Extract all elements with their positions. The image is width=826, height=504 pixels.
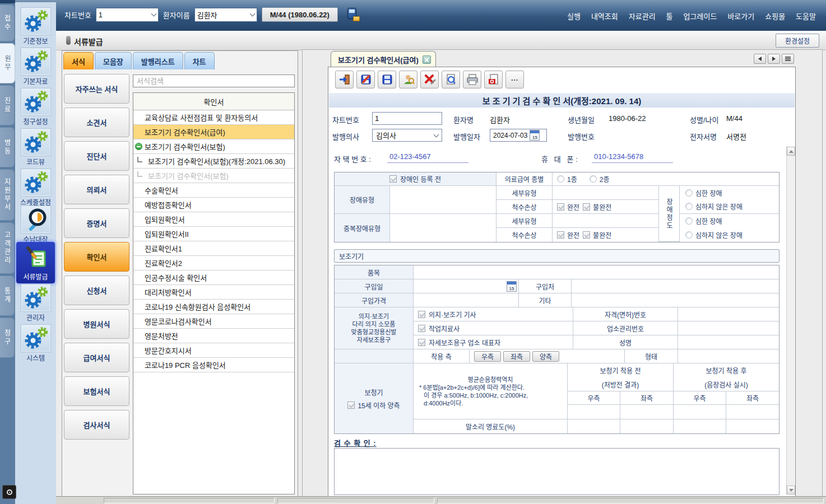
clarity-before-left[interactable] xyxy=(620,419,674,433)
category-opinion[interactable]: 소견서 xyxy=(64,108,129,137)
seller-value[interactable] xyxy=(572,279,779,293)
sidebar-item-document-issue[interactable]: 서류발급 xyxy=(16,242,55,283)
side-both-button[interactable]: 양측 xyxy=(532,351,559,362)
next-tab-button[interactable] xyxy=(768,54,780,64)
document-tab[interactable]: 보조기기 검수확인서(급여) xyxy=(331,51,436,67)
patient-name-combo[interactable]: 김환자 xyxy=(194,8,257,22)
menu-help[interactable]: 도움말 xyxy=(796,11,816,21)
category-referral[interactable]: 의뢰서 xyxy=(64,175,129,204)
sidebar-tab-ward[interactable]: 병동 xyxy=(0,127,15,167)
list-item[interactable]: 진료확인서2 xyxy=(133,256,294,270)
sidebar-tab-billing[interactable]: 청구 xyxy=(0,318,15,358)
subtype-value[interactable] xyxy=(553,186,659,200)
clarity-before-right[interactable] xyxy=(568,419,620,433)
calendar-icon[interactable]: 15 xyxy=(530,130,540,141)
multi-disability-value[interactable] xyxy=(390,214,496,242)
medicaid-type1-option[interactable]: 1종 xyxy=(557,174,577,184)
tech-checkbox-cell[interactable]: 의지·보조기 기사 xyxy=(414,307,573,321)
preview-button[interactable] xyxy=(442,71,460,88)
spinal-complete-option[interactable]: 완전 xyxy=(557,202,579,212)
tab-forms[interactable]: 서식 xyxy=(63,52,94,69)
patient-search-button[interactable] xyxy=(399,71,417,88)
chart-no-combo[interactable]: 1 xyxy=(96,8,159,22)
sidebar-item-billing-setting[interactable]: 청구설정 xyxy=(17,88,54,126)
severe-option[interactable]: 심한 장애 xyxy=(685,188,722,198)
ot-checkbox-cell[interactable]: 작업치료사 xyxy=(414,321,573,335)
sidebar-tab-admin[interactable]: 원무 xyxy=(0,43,15,83)
spinal-incomplete-option[interactable]: 불완전 xyxy=(583,230,611,240)
spinal-incomplete-option[interactable]: 불완전 xyxy=(583,202,611,212)
sidebar-item-receipt-ledger[interactable]: 수납대장 xyxy=(17,206,54,244)
medicaid-type2-option[interactable]: 2종 xyxy=(590,174,610,184)
list-item[interactable]: 진료확인서1 xyxy=(133,241,294,256)
etc-value[interactable] xyxy=(572,293,779,307)
scroll-up-button[interactable] xyxy=(787,147,795,156)
side-right-button[interactable]: 우측 xyxy=(474,351,501,362)
severe-option[interactable]: 심한 장애 xyxy=(685,216,722,226)
doctor-select[interactable]: 김의사 xyxy=(372,129,442,142)
pdf-export-button[interactable] xyxy=(484,71,503,88)
list-item[interactable]: 입퇴원확인서II xyxy=(133,227,294,241)
sidebar-tab-treatment[interactable]: 진료 xyxy=(0,85,15,125)
environment-settings-button[interactable]: 환경설정 xyxy=(776,34,819,48)
sidebar-item-code-view[interactable]: 코드뷰 xyxy=(17,129,54,166)
before-right-value[interactable] xyxy=(568,405,620,419)
vertical-scrollbar[interactable] xyxy=(786,147,795,494)
category-confirmation[interactable]: 확인서 xyxy=(64,242,129,272)
clarity-after-right[interactable] xyxy=(674,419,726,433)
disability-type-value[interactable] xyxy=(390,186,496,214)
biz-no-value[interactable] xyxy=(678,321,779,335)
category-insurance-forms[interactable]: 보험서식 xyxy=(64,376,129,406)
exit-button[interactable] xyxy=(335,71,354,88)
sidebar-tab-support[interactable]: 지원부서 xyxy=(0,169,15,221)
list-item[interactable]: 인공수정시술 확인서 xyxy=(133,270,294,285)
menu-run[interactable]: 실행 xyxy=(567,11,581,21)
sidebar-item-schedule-setting[interactable]: 스케줄설정 xyxy=(17,169,54,207)
list-item-disabled[interactable]: 보조기기 검수확인서(보험) xyxy=(133,169,294,183)
list-item[interactable]: 코로나19 PCR 음성확인서 xyxy=(133,358,294,372)
sidebar-tab-reception[interactable]: 접수 xyxy=(0,4,15,41)
list-item[interactable]: 코로나19 신속항원검사 음성확인서 xyxy=(133,300,294,314)
sidebar-tab-stats[interactable]: 통계 xyxy=(0,276,15,316)
menu-shortcut[interactable]: 바로가기 xyxy=(727,11,754,21)
clarity-after-left[interactable] xyxy=(726,419,779,433)
sms-device-icon[interactable] xyxy=(346,7,360,22)
not-severe-option[interactable]: 심하지 않은 장애 xyxy=(685,202,743,211)
category-diagnosis[interactable]: 진단서 xyxy=(64,141,129,171)
menu-tools[interactable]: 툴 xyxy=(666,11,673,21)
under15-checkbox[interactable]: 15세 이하 양측 xyxy=(347,400,400,410)
patient-info-button[interactable]: M/44 (1980.06.22) xyxy=(262,7,338,22)
close-icon[interactable] xyxy=(423,55,431,64)
scroll-down-button[interactable] xyxy=(787,486,795,494)
form-search-input[interactable] xyxy=(133,74,295,87)
sidebar-item-basic-data[interactable]: 기본자료 xyxy=(17,48,54,86)
list-item[interactable]: 보조기기 검수확인서(보험)(개정:2021.06.30) xyxy=(133,154,294,169)
list-item[interactable]: 영문코로나검사확인서 xyxy=(133,314,294,329)
print-button[interactable] xyxy=(463,71,481,88)
inspection-confirm-textarea[interactable] xyxy=(334,448,779,495)
sidebar-tab-crm[interactable]: 고객관리 xyxy=(0,222,15,274)
system-tray-gear-icon[interactable] xyxy=(2,485,16,499)
after-right-value[interactable] xyxy=(674,405,726,419)
side-left-button[interactable]: 좌측 xyxy=(503,351,530,362)
mobile-phone-value[interactable]: 010-1234-5678 xyxy=(592,152,673,163)
not-severe-option[interactable]: 심하지 않은 장애 xyxy=(685,230,743,240)
list-item[interactable]: 수술확인서 xyxy=(133,183,294,198)
more-button[interactable]: ··· xyxy=(505,71,524,88)
category-favorite-forms[interactable]: 자주쓰는 서식 xyxy=(64,74,129,104)
shape-value[interactable] xyxy=(678,349,779,363)
sidebar-item-base-info[interactable]: 기준정보 xyxy=(17,8,54,45)
tab-collection[interactable]: 모음장 xyxy=(95,52,132,69)
menu-upgrade[interactable]: 업그레이드 xyxy=(684,11,717,21)
save-button[interactable] xyxy=(378,71,396,88)
category-certificate[interactable]: 증명서 xyxy=(64,208,129,238)
category-exam-forms[interactable]: 검사서식 xyxy=(64,410,129,440)
item-value[interactable] xyxy=(414,265,779,279)
list-item[interactable]: 보조기기 검수확인서(보험) xyxy=(133,139,294,154)
menu-data-mgmt[interactable]: 자료관리 xyxy=(629,11,656,21)
menu-shop[interactable]: 쇼핑몰 xyxy=(765,11,785,21)
tab-list-button[interactable] xyxy=(782,54,794,64)
rep-checkbox-cell[interactable]: 자세보조용구 업소 대표자 xyxy=(414,335,573,349)
name-value[interactable] xyxy=(678,335,779,349)
chevron-down-icon[interactable] xyxy=(151,11,156,17)
